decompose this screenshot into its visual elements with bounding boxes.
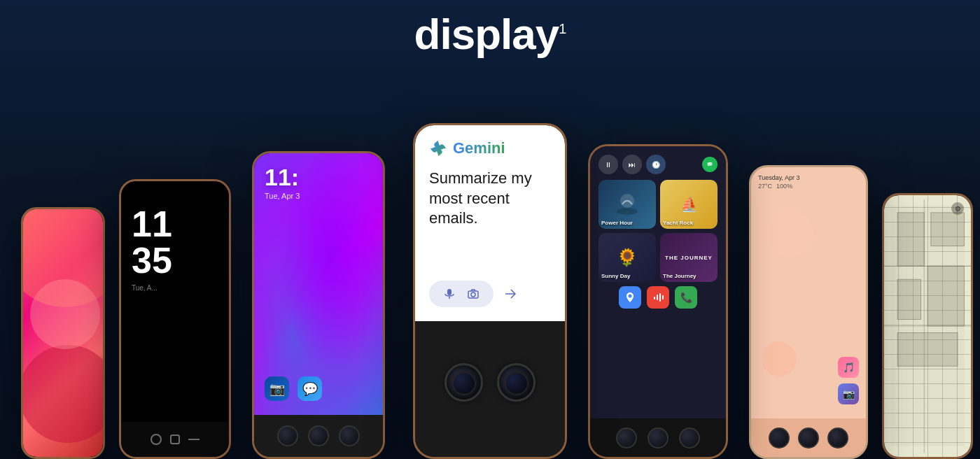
phone-center-bottom	[415, 321, 565, 457]
camera-lens-left1-1	[277, 425, 298, 446]
camera-lens-right1-3	[679, 428, 700, 449]
settings-icon: ⚙	[951, 202, 964, 215]
phone-third-left: 11: Tue, Apr 3 📷 💬	[252, 151, 385, 459]
camera-icon[interactable]	[465, 286, 481, 302]
blob-2	[23, 345, 103, 443]
nav-bar	[150, 434, 200, 445]
pink-icon-1: 🎵	[838, 357, 859, 378]
yacht-rock-card[interactable]: ⛵ Yacht Rock	[660, 180, 718, 229]
svg-point-6	[617, 208, 638, 215]
title-text-main: display	[414, 10, 559, 58]
deco-circle-1	[762, 341, 797, 376]
gemini-controls	[429, 281, 551, 307]
phone-center-gemini: Gemini Summarize my most recent emails.	[413, 123, 567, 459]
page-container: display1 11 35 Tue, A...	[0, 0, 980, 459]
blob-3	[30, 279, 100, 349]
maps-app-icon[interactable]	[619, 286, 641, 309]
phone-left1-app-icons: 📷 💬	[265, 376, 322, 401]
temp-display: 27°C	[758, 183, 772, 190]
power-hour-card[interactable]: Power Hour	[598, 180, 656, 229]
phone-right1-screen: ⏸ ⏭ 🕐	[590, 146, 726, 418]
camera-lens-right2-3	[827, 428, 848, 449]
pink-phone-stats: 27°C 100%	[758, 183, 859, 190]
camera-lens-right2-1	[769, 428, 790, 449]
hour-display: 11	[132, 206, 218, 242]
battery-display: 100%	[776, 183, 792, 190]
phone-right1-car: ⏸ ⏭ 🕐	[588, 144, 728, 459]
sunny-day-card[interactable]: 🌻 Sunny Day	[598, 233, 656, 282]
gemini-label: Gemini	[453, 139, 505, 157]
car-ui-header: ⏸ ⏭ 🕐	[598, 155, 718, 174]
camera-lens-right2-2	[798, 428, 819, 449]
svg-rect-10	[657, 295, 658, 300]
phone-far-left	[21, 207, 105, 459]
journey-label: The Journey	[663, 273, 696, 279]
media-grid: Power Hour ⛵ Yacht Rock 🌻 Sunny Day	[598, 180, 718, 282]
svg-point-8	[629, 295, 632, 298]
phone-far-right: ⚙	[882, 193, 973, 459]
messages-app-icon: 💬	[298, 376, 322, 401]
mic-icon[interactable]	[442, 286, 457, 302]
phone-far-right-screen: ⚙	[884, 195, 971, 457]
map-grid-lines	[884, 195, 971, 457]
yacht-rock-label: Yacht Rock	[663, 220, 693, 226]
page-title: display1	[414, 13, 566, 56]
phone-right1-bottom	[590, 418, 726, 457]
phone-third-left-bottom	[254, 415, 383, 457]
phone-second-left: 11 35 Tue, A...	[119, 179, 231, 459]
gemini-star-icon	[429, 139, 447, 157]
pink-icon-2: 📷	[838, 383, 859, 404]
phone-clock-display: 11 35	[132, 206, 218, 278]
audio-app-icon[interactable]	[647, 286, 669, 309]
camera-lens-right1-2	[648, 428, 668, 449]
send-icon[interactable]	[500, 284, 520, 304]
gemini-header: Gemini	[429, 139, 551, 157]
svg-rect-0	[447, 289, 451, 295]
svg-rect-12	[662, 295, 664, 299]
gemini-message: Summarize my most recent emails.	[429, 169, 551, 274]
svg-point-3	[471, 292, 475, 297]
home-btn	[150, 434, 162, 445]
phone-second-left-screen: 11 35 Tue, A...	[121, 181, 229, 422]
car-playback-controls: ⏸ ⏭ 🕐	[598, 155, 666, 174]
journey-card[interactable]: THE JOURNEY The Journey	[660, 233, 718, 282]
phone-right2-screen: Tuesday, Apr 3 27°C 100% 🎵 📷	[751, 167, 866, 418]
car-app-row: 📞	[598, 286, 718, 309]
phone-third-left-screen: 11: Tue, Apr 3 📷 💬	[254, 153, 383, 415]
phone-second-left-bottom	[121, 422, 229, 457]
cyclist-icon	[610, 190, 645, 218]
phone-right2-info: Tuesday, Apr 3 27°C 100%	[758, 174, 859, 190]
deco-circle-2	[765, 209, 814, 258]
phones-container: 11 35 Tue, A... 11: Tue, Apr 3 📷	[0, 67, 980, 459]
camera-app-icon: 📷	[265, 376, 289, 401]
title-area: display1	[414, 0, 566, 56]
pink-app-icons: 🎵 📷	[838, 357, 859, 404]
pink-phone-date: Tuesday, Apr 3	[758, 174, 859, 181]
power-hour-label: Power Hour	[601, 220, 633, 226]
svg-point-5	[705, 160, 715, 169]
clock-btn[interactable]: 🕐	[646, 155, 666, 174]
phone-left1-time: 11:	[265, 164, 299, 191]
sunny-day-label: Sunny Day	[601, 273, 630, 279]
sunflower-icon: 🌻	[617, 248, 638, 267]
svg-rect-9	[654, 297, 655, 299]
main-camera-lens-1	[444, 363, 483, 402]
phone-center-top: Gemini Summarize my most recent emails.	[415, 125, 565, 321]
next-btn[interactable]: ⏭	[622, 155, 642, 174]
minute-display: 35	[132, 242, 218, 278]
phone-right2-bottom	[751, 418, 866, 457]
phone-left1-date: Tue, Apr 3	[265, 192, 300, 200]
camera-lens-left1-2	[308, 425, 329, 446]
phone-app-icon[interactable]: 📞	[675, 286, 697, 309]
svg-rect-11	[659, 293, 661, 302]
main-camera-lens-2	[497, 363, 536, 402]
camera-lens-right1-1	[616, 428, 637, 449]
overview-btn	[170, 435, 180, 444]
left2-date: Tue, A...	[132, 284, 218, 292]
camera-lens-left1-3	[339, 425, 360, 446]
spotify-icon	[702, 157, 718, 172]
pause-btn[interactable]: ⏸	[598, 155, 618, 174]
title-superscript: 1	[559, 21, 566, 36]
gemini-input-pill[interactable]	[429, 281, 493, 307]
phone-right2-pink: Tuesday, Apr 3 27°C 100% 🎵 📷	[749, 165, 868, 459]
